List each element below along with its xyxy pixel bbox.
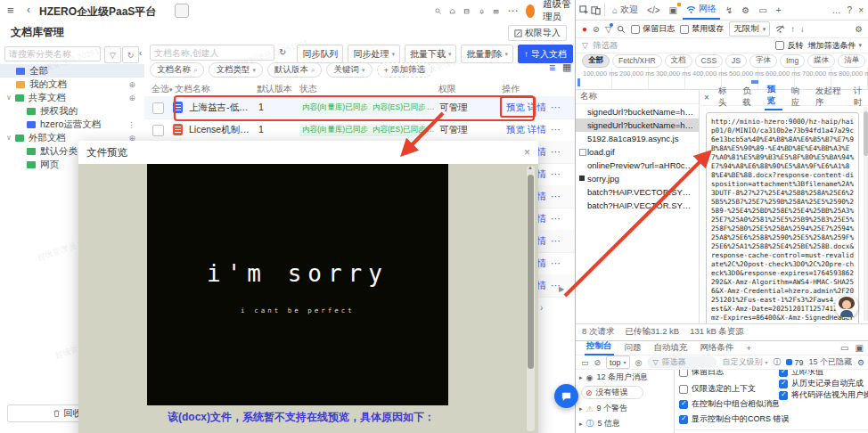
menu-icon[interactable]: ≡ bbox=[7, 4, 14, 16]
back-icon[interactable]: ‹ bbox=[27, 4, 30, 15]
row-more-icon[interactable]: ⋯ bbox=[551, 124, 561, 135]
request-item[interactable]: onlinePreview?url=aHR0cDovL21p... bbox=[576, 159, 699, 172]
tab-application-icon[interactable]: ⚙ bbox=[738, 0, 753, 20]
request-item[interactable]: batch?HAIP.VECTOR.SYNC_STATUS... bbox=[576, 185, 699, 199]
table-row[interactable]: 上海益吉-低代码... 1 内容(向量库)已同步 内容(ES)已同步 ... 可… bbox=[144, 96, 575, 119]
drawer-tab-console[interactable]: 控制台 bbox=[585, 340, 614, 355]
row-more-icon[interactable]: ⋯ bbox=[551, 168, 561, 179]
expand-drawer-icon[interactable]: ▣ bbox=[856, 343, 864, 353]
devtools-close-icon[interactable]: × bbox=[858, 5, 864, 15]
detail-tab-preview[interactable]: 预览 bbox=[765, 84, 782, 110]
clear-icon[interactable]: ⊘ bbox=[593, 24, 600, 34]
row-more-icon[interactable]: ⋯ bbox=[551, 257, 561, 268]
scroll-next-icon[interactable]: ▶ bbox=[559, 285, 564, 293]
console-clear-icon[interactable]: ⊘ bbox=[594, 358, 602, 367]
category-filter-button[interactable]: ▽ bbox=[104, 46, 121, 63]
add-tab-icon[interactable]: + bbox=[773, 0, 785, 20]
invert-checkbox[interactable]: 反转 bbox=[775, 40, 803, 52]
type-filter[interactable]: 媒体 bbox=[807, 54, 835, 68]
request-item-selected[interactable]: signedUrl?bucketName=haip&do... bbox=[576, 118, 699, 132]
type-filter[interactable]: 字体 bbox=[749, 54, 777, 68]
drawer-add-tab-icon[interactable]: + bbox=[745, 343, 754, 353]
list-view-icon[interactable]: ≡ bbox=[549, 61, 555, 74]
type-filter[interactable]: CSS bbox=[695, 54, 723, 68]
row-checkbox[interactable] bbox=[152, 102, 164, 114]
doc-name[interactable]: 上海益吉-低代码... bbox=[189, 102, 253, 114]
bell-icon[interactable] bbox=[479, 6, 485, 16]
detail-link[interactable]: 详情 bbox=[528, 124, 546, 136]
setting-user-activation[interactable]: 将代码评估视为用户操作 bbox=[779, 389, 868, 401]
select-all[interactable]: 全选▾ bbox=[151, 83, 173, 95]
console-filter-info[interactable]: ▸ⓘ5 信息 bbox=[579, 418, 674, 429]
user-avatar[interactable] bbox=[526, 4, 535, 18]
add-filter-chip[interactable]: +添加筛选 bbox=[377, 62, 433, 78]
tree-item-authorized[interactable]: 授权我的 bbox=[0, 104, 144, 118]
import-doc-button[interactable]: ↑导入文档 bbox=[518, 45, 573, 63]
tree-item-my-docs[interactable]: 我的文档 ⊕ bbox=[0, 78, 144, 91]
request-list-header[interactable]: 名称 bbox=[576, 89, 699, 104]
console-settings-icon[interactable]: ⚙ bbox=[857, 358, 868, 367]
permission-import-button[interactable]: 权限导入 bbox=[508, 25, 567, 41]
type-filter[interactable]: Img bbox=[780, 54, 805, 68]
export-har-icon[interactable]: ↓ bbox=[800, 24, 805, 34]
type-filter[interactable]: Fetch/XHR bbox=[612, 54, 662, 68]
modal-scrollbar[interactable]: ▲ bbox=[527, 166, 535, 431]
row-more-icon[interactable]: ⋯ bbox=[551, 191, 561, 201]
preview-content[interactable]: http://minio-hzero:9000/hz-haip/haip01/0… bbox=[706, 112, 859, 326]
detail-tab-initiator[interactable]: 发起程序 bbox=[814, 86, 845, 109]
import-har-icon[interactable]: ↑ bbox=[790, 24, 795, 34]
type-filter[interactable]: 清单 bbox=[838, 54, 865, 68]
filter-toggle-icon[interactable]: ▽ bbox=[605, 24, 611, 34]
gift-icon[interactable] bbox=[493, 6, 499, 16]
detail-tab-headers[interactable]: 标头 bbox=[717, 86, 733, 109]
home-icon[interactable] bbox=[449, 6, 455, 16]
detail-tab-timing[interactable]: 计时 bbox=[852, 86, 868, 109]
sync-process-button[interactable]: 同步处理▾ bbox=[348, 45, 400, 63]
request-item[interactable]: 5192.8a1ca919.async.js bbox=[576, 132, 699, 145]
record-icon[interactable]: ● bbox=[582, 24, 587, 34]
user-name[interactable]: 超级管理员 bbox=[543, 0, 574, 23]
tab-welcome[interactable]: ⌂欢迎 bbox=[609, 0, 642, 20]
tab-performance-icon[interactable]: ↯ bbox=[722, 0, 736, 20]
console-message[interactable]: × __env__.FEIDA_MOBILE_ACCESS_URL 'http:… bbox=[674, 429, 868, 433]
console-sidebar-icon[interactable]: ▭ bbox=[581, 358, 589, 367]
tree-item-shared-docs[interactable]: ∨ 共享文档 ⊕ bbox=[0, 91, 144, 104]
type-filter[interactable]: JS bbox=[725, 54, 747, 68]
inspect-icon[interactable] bbox=[579, 5, 589, 15]
throttling-select[interactable]: 无限制▾ bbox=[729, 21, 770, 37]
assistant-avatar[interactable] bbox=[835, 295, 858, 318]
refresh-icon[interactable]: ↻ bbox=[279, 48, 286, 57]
drawer-tab-issues[interactable]: 问题 bbox=[623, 342, 643, 354]
table-row[interactable]: License机制培训... 1 内容(向量库)已同步 内容(ES)已同步 ..… bbox=[144, 118, 575, 142]
filter-chip-keyword[interactable]: 关键词▾ bbox=[326, 62, 372, 78]
dock-icon[interactable]: ▭ bbox=[840, 343, 848, 353]
detail-close-icon[interactable]: × bbox=[704, 93, 709, 102]
add-icon[interactable]: ⊕ bbox=[128, 80, 135, 89]
drawer-tab-network-conditions[interactable]: 网络条件 bbox=[699, 342, 736, 354]
category-refresh-button[interactable]: ↻ bbox=[122, 46, 139, 63]
request-item[interactable]: batch?HAIP.VECTOR.SYNC_STATUS... bbox=[576, 199, 699, 212]
tree-caret-icon[interactable]: ∨ bbox=[6, 94, 12, 102]
drawer-tab-autofill[interactable]: 自动填充 bbox=[652, 342, 690, 354]
filter-chip-type[interactable]: 文档类型▾ bbox=[209, 62, 263, 78]
search-icon[interactable] bbox=[435, 6, 441, 16]
row-more-icon[interactable]: ⋯ bbox=[551, 213, 561, 224]
more-icon[interactable]: ⋯ bbox=[507, 5, 518, 16]
tab-layers-icon[interactable]: ▭ bbox=[755, 0, 770, 20]
batch-download-button[interactable]: 批量下载▾ bbox=[405, 45, 457, 63]
disable-cache-checkbox[interactable]: 禁用缓存 bbox=[680, 23, 724, 35]
scrollbar-thumb[interactable] bbox=[864, 111, 868, 156]
network-filter-input[interactable]: 筛选器 bbox=[593, 40, 618, 52]
preview-link[interactable]: 预览 bbox=[506, 124, 525, 136]
search-icon[interactable] bbox=[617, 25, 626, 34]
tab-console-icon[interactable]: </> bbox=[643, 0, 663, 20]
console-filter-no-errors[interactable]: ⊘没有错误 bbox=[581, 386, 643, 399]
preview-link[interactable]: 预览 bbox=[506, 102, 525, 114]
issues-badge[interactable]: 79 bbox=[786, 358, 803, 367]
row-more-icon[interactable]: ⋯ bbox=[551, 146, 561, 157]
type-filter[interactable]: 全部 bbox=[582, 54, 610, 68]
tree-item-hzero-docs[interactable]: hzero运营文档 ⋮ bbox=[0, 118, 144, 131]
setting-autocomplete-history[interactable]: 从历史记录自动完成 bbox=[779, 378, 864, 389]
detail-scrollbar[interactable] bbox=[864, 107, 868, 321]
sync-queue-button[interactable]: 同步队列 bbox=[297, 45, 343, 63]
